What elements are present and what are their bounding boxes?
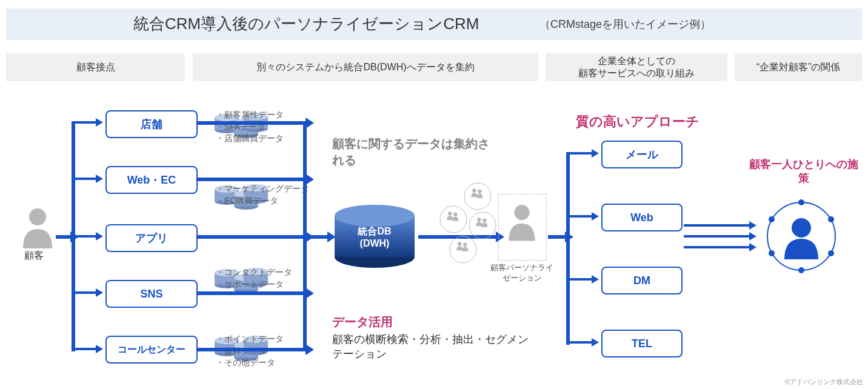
customer-label: 顧客: [24, 250, 44, 262]
app-dm: DM: [601, 267, 683, 294]
svg-point-23: [458, 242, 461, 245]
usage-head: データ活用: [332, 314, 393, 330]
svg-point-22: [482, 219, 486, 222]
arrow-tp-2: [72, 235, 97, 238]
svg-point-20: [453, 213, 457, 216]
svg-point-25: [514, 205, 529, 220]
fan-vertical: [566, 152, 570, 345]
arr-hub-1: [684, 224, 750, 227]
arrow-tp-0: [72, 121, 97, 124]
conv-h-1: [198, 178, 307, 181]
svg-point-19: [448, 211, 452, 215]
arrow-tp-3: [72, 291, 97, 294]
svg-point-12: [335, 205, 415, 227]
conv-h-4: [198, 348, 307, 351]
fan-stub: [548, 235, 566, 239]
svg-point-31: [769, 250, 775, 256]
individual-note: 顧客一人ひとりへの施策: [749, 158, 858, 186]
svg-point-28: [828, 216, 834, 222]
svg-point-18: [478, 190, 481, 193]
tp-app: アプリ: [105, 224, 198, 252]
usage-body: 顧客の横断検索・分析・抽出・セグメンテーション: [332, 332, 538, 361]
app-mail: メール: [601, 141, 683, 168]
arr-app-1: [566, 215, 593, 218]
tp-callcenter: コールセンター: [105, 336, 198, 364]
arr-app-2: [566, 278, 593, 281]
app-tel: TEL: [601, 330, 683, 357]
conv-h-0: [198, 121, 307, 125]
arr-hub-3: [684, 246, 750, 248]
svg-point-33: [792, 218, 811, 238]
svg-point-27: [798, 199, 804, 205]
db-note-2: ・コンタクトデータ ・サポートデータ: [216, 267, 292, 290]
persona-icon: [506, 202, 538, 241]
colhdr-aggregate: 別々のシステムから統合DB(DWH)へデータを集約: [193, 53, 538, 81]
arr-app-0: [566, 152, 593, 155]
app-web: Web: [601, 204, 683, 231]
svg-point-30: [798, 267, 804, 273]
svg-point-21: [477, 218, 481, 221]
title-bar: 統合CRM導入後のパーソナライゼーションCRM （CRMstageを用いたイメー…: [6, 8, 862, 40]
title-sub: （CRMstageを用いたイメージ例）: [539, 17, 711, 32]
db-note-0: ・顧客属性データ ・SFAデータ ・店舗購買データ: [216, 109, 284, 145]
arrow-to-central: [303, 235, 329, 239]
customer-hub-icon: [759, 194, 844, 279]
svg-point-17: [472, 188, 476, 192]
db-note-1: ・マーケティングデータ ・EC購買データ: [216, 183, 309, 207]
branch-stub: [56, 235, 72, 239]
conv-h-2: [198, 235, 307, 239]
title-main: 統合CRM導入後のパーソナライゼーションCRM: [133, 13, 479, 35]
colhdr-relation: “企業対顧客”の関係: [735, 53, 862, 81]
segment-groups-icon: [435, 182, 502, 267]
arr-app-3: [566, 341, 593, 344]
approach-head: 質の高いアプローチ: [576, 113, 699, 131]
arrow-tp-4: [72, 348, 97, 350]
arrow-tp-1: [72, 178, 97, 180]
conv-h-3: [198, 291, 307, 295]
svg-point-32: [769, 216, 775, 222]
tp-sns: SNS: [105, 280, 198, 308]
central-db-line2: (DWH): [360, 238, 390, 248]
svg-point-24: [463, 243, 467, 247]
central-db-line1: 統合DB: [358, 226, 391, 236]
copyright: ©アドバンリンク株式会社: [785, 377, 863, 387]
tp-webec: Web・EC: [105, 166, 198, 194]
tp-store: 店舗: [105, 110, 198, 138]
colhdr-touchpoint: 顧客接点: [6, 53, 185, 81]
central-db-label: 統合DB (DWH): [332, 225, 417, 249]
svg-point-0: [29, 208, 46, 225]
aggregate-note: 顧客に関するデータは集約される: [332, 136, 490, 168]
svg-point-29: [828, 250, 834, 256]
arr-hub-2: [684, 235, 750, 238]
customer-icon: [19, 206, 56, 248]
persona-label: 顧客パーソナライゼーション: [489, 263, 555, 284]
colhdr-service: 企業全体としての 顧客サービスへの取り組み: [546, 53, 727, 81]
